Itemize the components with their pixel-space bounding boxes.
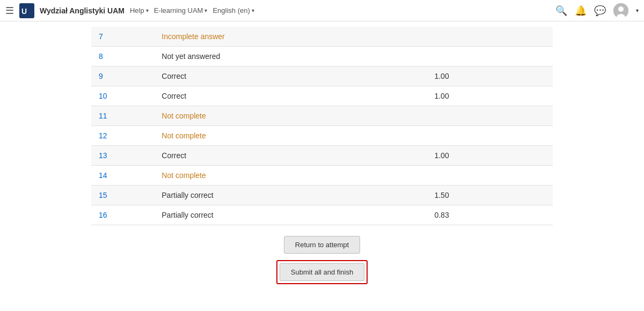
question-number[interactable]: 15 — [91, 186, 154, 205]
question-marks — [427, 106, 553, 126]
table-row: 8Not yet answered — [91, 47, 553, 66]
question-status: Correct — [154, 86, 427, 106]
question-status: Partially correct — [154, 205, 427, 225]
question-marks — [427, 27, 553, 47]
question-marks: 1.50 — [427, 186, 553, 205]
quiz-table: 7Incomplete answer8Not yet answered9Corr… — [91, 27, 553, 225]
bell-icon[interactable]: 🔔 — [575, 5, 587, 17]
search-icon[interactable]: 🔍 — [555, 5, 567, 17]
question-marks — [427, 47, 553, 66]
table-row: 14Not complete — [91, 166, 553, 186]
avatar-caret-icon[interactable]: ▾ — [636, 8, 639, 13]
question-status: Not yet answered — [154, 47, 427, 66]
language-caret-icon: ▾ — [252, 8, 254, 13]
table-row: 15Partially correct1.50 — [91, 186, 553, 205]
chat-icon[interactable]: 💬 — [594, 5, 606, 17]
nav-language[interactable]: English (en) ▾ — [213, 6, 254, 14]
question-number[interactable]: 10 — [91, 86, 154, 106]
nav-elearning[interactable]: E-learning UAM ▾ — [154, 6, 208, 14]
question-marks — [427, 126, 553, 146]
question-number[interactable]: 8 — [91, 47, 154, 66]
help-caret-icon: ▾ — [146, 8, 149, 13]
question-status: Incomplete answer — [154, 27, 427, 47]
question-marks: 1.00 — [427, 66, 553, 86]
table-row: 10Correct1.00 — [91, 86, 553, 106]
table-row: 16Partially correct0.83 — [91, 205, 553, 225]
question-marks: 1.00 — [427, 146, 553, 166]
question-marks: 1.00 — [427, 86, 553, 106]
question-number[interactable]: 7 — [91, 27, 154, 47]
question-number[interactable]: 16 — [91, 205, 154, 225]
question-number[interactable]: 12 — [91, 126, 154, 146]
question-marks: 0.83 — [427, 205, 553, 225]
nav-help[interactable]: Help ▾ — [130, 6, 149, 14]
table-row: 7Incomplete answer — [91, 27, 553, 47]
table-row: 9Correct1.00 — [91, 66, 553, 86]
site-logo: U — [19, 3, 34, 18]
elearning-caret-icon: ▾ — [204, 8, 207, 13]
question-number[interactable]: 9 — [91, 66, 154, 86]
question-status: Correct — [154, 66, 427, 86]
avatar[interactable] — [613, 3, 628, 18]
question-number[interactable]: 13 — [91, 146, 154, 166]
site-title: Wydział Anglistyki UAM — [40, 6, 125, 15]
main-content: 7Incomplete answer8Not yet answered9Corr… — [91, 21, 553, 295]
question-status: Partially correct — [154, 186, 427, 205]
table-row: 12Not complete — [91, 126, 553, 146]
question-status: Not complete — [154, 126, 427, 146]
question-status: Not complete — [154, 106, 427, 126]
table-row: 13Correct1.00 — [91, 146, 553, 166]
question-number[interactable]: 14 — [91, 166, 154, 186]
navbar-left: ☰ U Wydział Anglistyki UAM Help ▾ E-lear… — [5, 3, 549, 18]
question-status: Not complete — [154, 166, 427, 186]
submit-button-wrapper: Submit all and finish — [276, 260, 368, 284]
svg-point-3 — [618, 6, 624, 12]
question-status: Correct — [154, 146, 427, 166]
navbar-right: 🔍 🔔 💬 ▾ — [555, 3, 639, 18]
submit-all-button[interactable]: Submit all and finish — [280, 263, 364, 281]
hamburger-menu[interactable]: ☰ — [5, 5, 14, 17]
question-number[interactable]: 11 — [91, 106, 154, 126]
svg-text:U: U — [21, 7, 27, 16]
navbar: ☰ U Wydział Anglistyki UAM Help ▾ E-lear… — [0, 0, 644, 21]
buttons-area: Return to attempt Submit all and finish — [91, 236, 553, 284]
return-to-attempt-button[interactable]: Return to attempt — [284, 236, 360, 254]
question-marks — [427, 166, 553, 186]
table-row: 11Not complete — [91, 106, 553, 126]
